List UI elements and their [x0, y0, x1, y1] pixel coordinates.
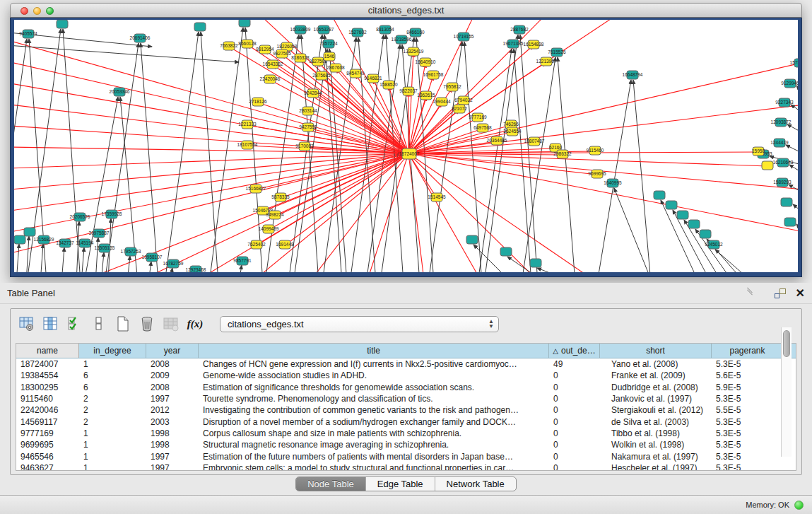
table-cell[interactable]: 5.6E-5: [712, 370, 784, 380]
table-cell[interactable]: 1997: [146, 463, 199, 471]
table-cell[interactable]: Franke et al. (2009): [600, 370, 712, 380]
table-cell[interactable]: 0: [549, 382, 600, 392]
graph-edge[interactable]: [40, 244, 43, 272]
graph-edge[interactable]: [793, 204, 798, 214]
window-titlebar[interactable]: citations_edges.txt: [10, 3, 802, 18]
vertical-scrollbar[interactable]: [781, 327, 792, 457]
graph-edge[interactable]: [408, 153, 537, 272]
table-cell[interactable]: 9699695: [16, 440, 79, 450]
table-cell[interactable]: 2009: [146, 370, 199, 380]
table-cell[interactable]: 2: [79, 417, 146, 427]
table-cell[interactable]: 1998: [146, 428, 199, 438]
table-cell[interactable]: 1: [79, 463, 146, 471]
table-cell[interactable]: 9115460: [16, 394, 79, 404]
table-cell[interactable]: 2: [79, 394, 146, 404]
column-header-short[interactable]: short: [600, 344, 712, 358]
table-row[interactable]: 911546021997Tourette syndrome. Phenomeno…: [16, 393, 796, 404]
graph-edge[interactable]: [14, 153, 408, 168]
table-cell[interactable]: Changes of HCN gene expression and I(f) …: [199, 359, 549, 369]
table-cell[interactable]: 2: [79, 405, 146, 415]
table-cell[interactable]: 0: [549, 428, 600, 438]
graph-node-teal[interactable]: [688, 220, 700, 228]
table-cell[interactable]: 6: [79, 370, 146, 380]
table-cell[interactable]: 1: [79, 359, 146, 369]
graph-edge[interactable]: [81, 247, 84, 272]
table-cell[interactable]: Tourette syndrome. Phenomenology and cla…: [199, 394, 549, 404]
table-cell[interactable]: 5.5E-5: [712, 405, 784, 415]
graph-edge[interactable]: [26, 236, 29, 272]
tab-network-table[interactable]: Network Table: [435, 477, 516, 491]
graph-edge[interactable]: [148, 262, 151, 272]
graph-node-teal[interactable]: [781, 198, 792, 206]
row-height-icon[interactable]: [88, 313, 110, 334]
function-builder-icon[interactable]: f(x): [184, 313, 206, 334]
tab-edge-table[interactable]: Edge Table: [366, 477, 435, 491]
graph-edge[interactable]: [537, 268, 575, 272]
table-cell[interactable]: 5.3E-5: [712, 452, 784, 462]
table-cell[interactable]: Estimation of significance thresholds fo…: [199, 382, 549, 392]
graph-edge[interactable]: [14, 153, 408, 253]
table-cell[interactable]: 0: [549, 417, 600, 427]
close-panel-icon[interactable]: ✕: [796, 288, 805, 298]
graph-edge[interactable]: [127, 256, 130, 272]
graph-edge[interactable]: [558, 57, 575, 272]
graph-node-teal[interactable]: [14, 235, 25, 244]
table-cell[interactable]: 49: [549, 359, 600, 369]
table-cell[interactable]: 1: [79, 428, 146, 438]
table-cell[interactable]: 22420046: [16, 405, 79, 415]
table-cell[interactable]: Stergiakouli et al. (2012): [600, 405, 712, 415]
table-cell[interactable]: 1997: [146, 394, 199, 404]
table-settings-icon[interactable]: [16, 313, 37, 334]
delete-icon[interactable]: [136, 313, 158, 334]
table-cell[interactable]: Hescheler et al. (1997): [600, 463, 712, 471]
table-cell[interactable]: 0: [549, 452, 600, 462]
table-select-dropdown[interactable]: citations_edges.txt ▲▼: [220, 316, 499, 332]
table-cell[interactable]: 2003: [146, 417, 199, 427]
graph-edge[interactable]: [796, 86, 798, 95]
graph-edge[interactable]: [715, 250, 753, 272]
column-header-name[interactable]: name: [16, 344, 79, 358]
graph-node-teal[interactable]: [24, 228, 35, 236]
graph-node-teal[interactable]: [700, 230, 711, 238]
table-cell[interactable]: 9465546: [16, 452, 79, 462]
table-cell[interactable]: Disruption of a novel member of a sodium…: [199, 417, 549, 427]
table-row[interactable]: 1456911722003Disruption of a novel membe…: [16, 416, 796, 427]
graph-edge[interactable]: [520, 35, 538, 272]
graph-node-teal[interactable]: [677, 211, 688, 219]
column-header-out_de[interactable]: △out_de…: [549, 344, 600, 358]
scrollbar-thumb[interactable]: [783, 330, 790, 357]
graph-node-teal[interactable]: [194, 23, 206, 31]
graph-edge[interactable]: [14, 153, 408, 232]
graph-node-teal[interactable]: [500, 247, 512, 256]
graph-node-teal[interactable]: [654, 191, 665, 199]
table-cell[interactable]: Tibbo et al. (1998): [600, 428, 712, 438]
graph-node-teal[interactable]: [57, 20, 68, 28]
table-cell[interactable]: 0: [549, 370, 600, 380]
select-all-icon[interactable]: [64, 313, 86, 334]
graph-edge[interactable]: [408, 153, 481, 272]
table-cell[interactable]: Structural magnetic resonance image aver…: [199, 440, 549, 450]
tab-node-table[interactable]: Node Table: [296, 477, 366, 491]
graph-edge[interactable]: [209, 28, 243, 272]
graph-edge[interactable]: [787, 124, 798, 134]
table-cell[interactable]: 9463627: [16, 463, 79, 471]
table-cell[interactable]: 5.3E-5: [712, 359, 784, 369]
close-window-button[interactable]: [20, 7, 28, 15]
column-header-title[interactable]: title: [199, 344, 549, 358]
table-cell[interactable]: Dudbridge et al. (2008): [600, 382, 712, 392]
graph-edge[interactable]: [141, 43, 158, 272]
new-file-icon[interactable]: [112, 313, 134, 334]
table-cell[interactable]: Nakamura et al. (1997): [600, 452, 712, 462]
table-row[interactable]: 946362711997Embryonic stem cells: a mode…: [16, 462, 796, 471]
graph-edge[interactable]: [408, 105, 798, 153]
graph-edge[interactable]: [14, 45, 239, 62]
graph-edge[interactable]: [14, 41, 408, 153]
graph-edge[interactable]: [16, 244, 19, 272]
graph-node-yellow[interactable]: [762, 161, 773, 170]
graph-edge[interactable]: [789, 185, 798, 194]
table-row[interactable]: 2242004622012Investigating the contribut…: [16, 404, 796, 416]
table-cell[interactable]: 0: [549, 440, 600, 450]
table-cell[interactable]: 5.3E-5: [712, 394, 784, 404]
graph-edge[interactable]: [165, 32, 199, 272]
import-table-icon[interactable]: [160, 313, 182, 334]
